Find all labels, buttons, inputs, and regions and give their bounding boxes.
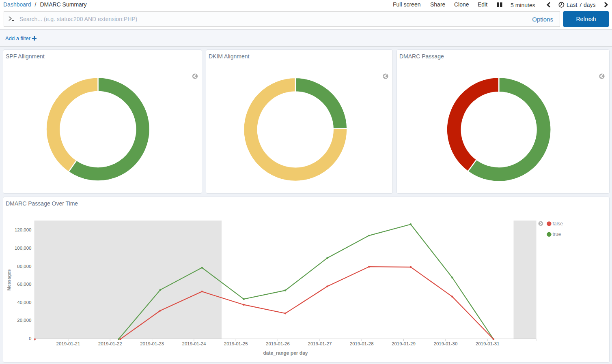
svg-text:2019-01-22: 2019-01-22 — [98, 341, 122, 346]
svg-text:2019-01-23: 2019-01-23 — [140, 341, 164, 346]
svg-text:20,000: 20,000 — [17, 318, 31, 323]
svg-text:2019-01-21: 2019-01-21 — [56, 341, 80, 346]
svg-text:60,000: 60,000 — [17, 282, 31, 287]
svg-text:2019-01-28: 2019-01-28 — [350, 341, 374, 346]
svg-text:Messages: Messages — [7, 269, 12, 291]
svg-text:2019-01-25: 2019-01-25 — [224, 341, 248, 346]
svg-text:2019-01-27: 2019-01-27 — [308, 341, 332, 346]
svg-text:120,000: 120,000 — [15, 227, 32, 232]
svg-text:2019-01-29: 2019-01-29 — [392, 341, 416, 346]
svg-text:100,000: 100,000 — [15, 246, 32, 251]
svg-text:2019-01-24: 2019-01-24 — [182, 341, 206, 346]
svg-text:false: false — [553, 221, 563, 227]
svg-text:40,000: 40,000 — [17, 300, 31, 305]
svg-text:2019-01-26: 2019-01-26 — [266, 341, 290, 346]
svg-text:0: 0 — [29, 336, 31, 341]
svg-text:2019-01-30: 2019-01-30 — [433, 341, 457, 346]
svg-text:true: true — [553, 231, 561, 237]
svg-text:date_range per day: date_range per day — [263, 350, 308, 356]
svg-text:2019-01-31: 2019-01-31 — [476, 341, 500, 346]
svg-text:Last 7 days: Last 7 days — [567, 2, 596, 8]
svg-text:5 minutes: 5 minutes — [511, 2, 535, 9]
svg-text:80,000: 80,000 — [17, 264, 31, 269]
